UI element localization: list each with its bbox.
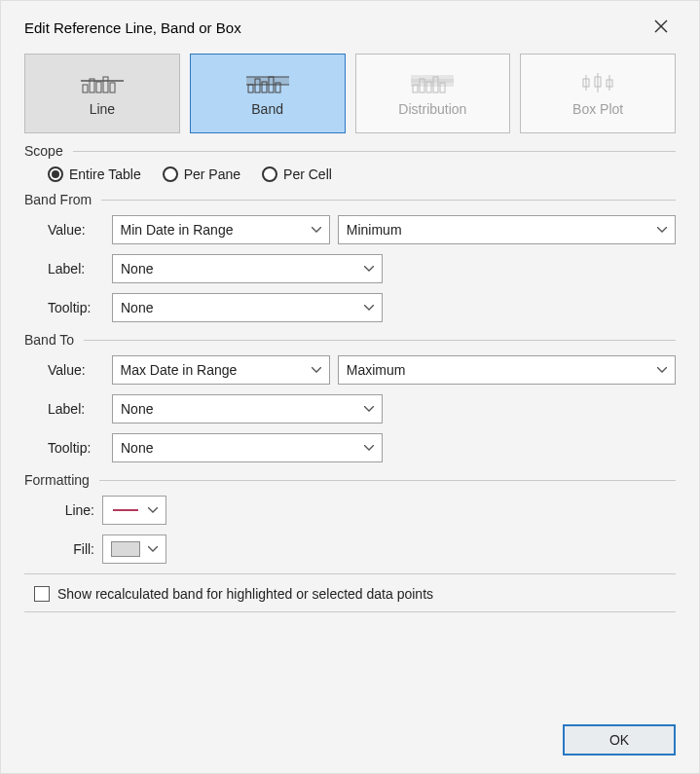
band-to-value-field-select[interactable]: Max Date in Range (112, 355, 330, 385)
distribution-chart-icon (411, 70, 454, 95)
chevron-down-icon (312, 367, 321, 373)
tab-line-label: Line (90, 101, 115, 117)
chevron-down-icon (364, 305, 374, 311)
svg-rect-23 (411, 83, 454, 87)
radio-per-cell[interactable]: Per Cell (262, 166, 332, 182)
select-value: Max Date in Range (121, 362, 238, 378)
box-plot-icon (576, 70, 619, 95)
band-from-tooltip-select[interactable]: None (112, 293, 383, 322)
band-from-value-label: Value: (48, 222, 104, 238)
divider (24, 611, 676, 612)
formatting-fill-select[interactable] (102, 534, 166, 564)
tab-box-plot[interactable]: Box Plot (520, 54, 676, 133)
dialog-title: Edit Reference Line, Band or Box (24, 19, 241, 36)
svg-rect-13 (246, 77, 289, 85)
band-to-value-label: Value: (48, 362, 104, 378)
chevron-down-icon (657, 227, 667, 233)
divider (99, 480, 676, 481)
svg-rect-4 (96, 82, 101, 92)
divider (73, 151, 676, 152)
svg-rect-22 (411, 79, 454, 83)
line-chart-icon (81, 70, 124, 95)
band-from-legend: Band From (24, 192, 92, 207)
band-to-label-label: Label: (48, 401, 104, 417)
radio-per-cell-label: Per Cell (283, 166, 332, 182)
band-from-label-select[interactable]: None (112, 254, 383, 283)
radio-icon (163, 166, 178, 182)
radio-entire-table-label: Entire Table (69, 166, 141, 182)
band-to-label-select[interactable]: None (112, 394, 383, 424)
dialog-window: Edit Reference Line, Band or Box Line (0, 0, 700, 774)
band-from-value-agg-select[interactable]: Minimum (338, 215, 676, 244)
chevron-down-icon (657, 367, 667, 373)
close-icon (654, 19, 668, 33)
radio-entire-table[interactable]: Entire Table (48, 166, 141, 182)
chevron-down-icon (148, 546, 158, 552)
select-value: None (121, 440, 153, 456)
select-value: Maximum (347, 362, 406, 378)
ok-button-label: OK (609, 732, 629, 748)
recalc-row: Show recalculated band for highlighted o… (24, 586, 676, 602)
tab-distribution[interactable]: Distribution (355, 54, 511, 133)
band-to-legend: Band To (24, 332, 74, 348)
tab-line[interactable]: Line (24, 54, 180, 133)
radio-icon (262, 166, 277, 182)
titlebar: Edit Reference Line, Band or Box (24, 13, 676, 42)
chevron-down-icon (148, 507, 158, 513)
scope-legend: Scope (24, 143, 63, 159)
chevron-down-icon (364, 266, 374, 272)
band-to-tooltip-label: Tooltip: (48, 440, 104, 456)
select-value: Minimum (347, 222, 402, 238)
type-tabs: Line Band (24, 54, 676, 133)
svg-rect-21 (411, 75, 454, 79)
band-from-value-field-select[interactable]: Min Date in Range (112, 215, 330, 244)
formatting-line-label: Line: (48, 502, 94, 518)
chevron-down-icon (312, 227, 321, 233)
formatting-fieldset: Formatting Line: Fill: (24, 472, 676, 564)
ok-button[interactable]: OK (563, 724, 676, 756)
band-from-label-label: Label: (48, 261, 104, 276)
band-chart-icon (246, 70, 289, 95)
band-from-tooltip-label: Tooltip: (48, 300, 104, 315)
select-value: None (121, 401, 153, 417)
tab-distribution-label: Distribution (398, 101, 466, 117)
formatting-fill-label: Fill: (48, 541, 94, 557)
select-value: None (121, 300, 153, 315)
tab-box-plot-label: Box Plot (572, 101, 623, 117)
band-to-tooltip-select[interactable]: None (112, 433, 383, 462)
tab-band-label: Band (251, 101, 283, 117)
fill-swatch (111, 541, 140, 557)
chevron-down-icon (364, 406, 374, 412)
svg-rect-5 (103, 77, 108, 92)
select-value: Min Date in Range (121, 222, 234, 238)
close-button[interactable] (646, 15, 676, 40)
select-value: None (121, 261, 153, 276)
recalc-label: Show recalculated band for highlighted o… (57, 586, 433, 602)
radio-per-pane-label: Per Pane (184, 166, 240, 182)
radio-per-pane[interactable]: Per Pane (163, 166, 240, 182)
formatting-legend: Formatting (24, 472, 90, 488)
divider (101, 200, 676, 201)
radio-icon (48, 166, 63, 182)
svg-rect-8 (248, 85, 253, 92)
svg-rect-6 (110, 83, 115, 92)
tab-band[interactable]: Band (190, 54, 346, 133)
svg-rect-2 (83, 85, 88, 92)
divider (24, 573, 676, 574)
dialog-footer: OK (563, 724, 676, 756)
band-to-value-agg-select[interactable]: Maximum (338, 355, 676, 385)
chevron-down-icon (364, 445, 374, 451)
band-to-fieldset: Band To Value: Max Date in Range Maximum… (24, 332, 676, 462)
formatting-line-select[interactable] (102, 496, 166, 525)
divider (84, 340, 676, 341)
line-swatch (113, 509, 138, 511)
recalc-checkbox[interactable] (34, 586, 50, 602)
scope-fieldset: Scope Entire Table Per Pane Per Cell (24, 143, 676, 182)
band-from-fieldset: Band From Value: Min Date in Range Minim… (24, 192, 676, 322)
